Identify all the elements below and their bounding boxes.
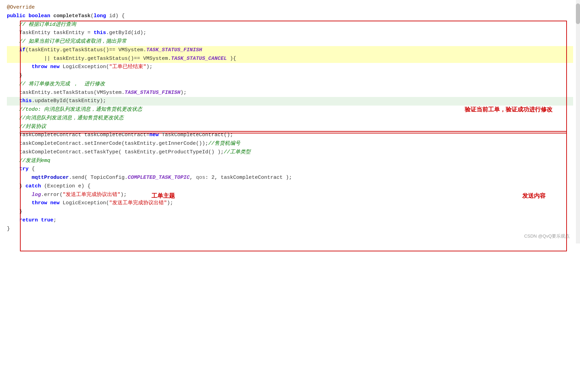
line-catch: } catch (Exception e) { xyxy=(7,182,573,191)
comment-protocol: //封装协议 xyxy=(7,123,573,131)
line-close-1: } xyxy=(7,72,573,80)
line-contract-3: taskCompleteContract.setTaskType( taskEn… xyxy=(7,148,573,157)
line-setstatus: taskEntity.setTaskStatus(VMSystem.TASK_S… xyxy=(7,89,573,97)
line-throw-1: throw new LogicException("工单已经结束"); xyxy=(7,63,573,72)
line-return: return true; xyxy=(7,216,573,225)
line-catch-close: } xyxy=(7,208,573,216)
line-method-close: } xyxy=(7,225,573,233)
line-getbyid: TaskEntity taskEntity = this.getById(id)… xyxy=(7,29,573,37)
line-log-error: log.error("发送工单完成协议出错"); xyxy=(7,191,573,199)
code-block: @Override public boolean completeTask(lo… xyxy=(0,0,580,243)
label-topic: 工单主题 xyxy=(151,191,175,200)
annotation-override: @Override xyxy=(7,3,573,12)
label-validate: 验证当前工单，验证成功进行修改 xyxy=(465,105,552,114)
line-contract-2: taskCompleteContract.setInnerCode(taskEn… xyxy=(7,140,573,148)
line-try: try { xyxy=(7,165,573,174)
line-if-2: || taskEntity.getTaskStatus()== VMSystem… xyxy=(7,55,573,63)
line-throw-2: throw new LogicException("发送工单完成协议出错"); xyxy=(7,199,573,208)
line-contract-1: TaskCompleteContract taskCompleteContrac… xyxy=(7,131,573,140)
comment-2: // 如果当前订单已经完成或者取消，抛出异常 xyxy=(7,37,573,46)
label-content: 发送内容 xyxy=(522,191,546,200)
method-signature: public boolean completeTask(long id) { xyxy=(7,12,573,21)
line-update: this.updateById(taskEntity); xyxy=(7,97,573,106)
line-if-1: if(taskEntity.getTaskStatus()== VMSystem… xyxy=(7,46,573,55)
line-send: mqttProducer.send( TopicConfig.COMPLETED… xyxy=(7,174,573,182)
comment-emq: //发送到emq xyxy=(7,157,573,165)
comment-mq: //向消息队列发送消息，通知售货机更改状态 xyxy=(7,114,573,123)
comment-3: // 将订单修改为完成 ， 进行修改 xyxy=(7,80,573,89)
footer: CSDN @QvQ要乐观点 xyxy=(524,233,570,240)
scrollbar[interactable] xyxy=(576,0,580,243)
comment-1: // 根据订单id进行查询 xyxy=(7,21,573,29)
